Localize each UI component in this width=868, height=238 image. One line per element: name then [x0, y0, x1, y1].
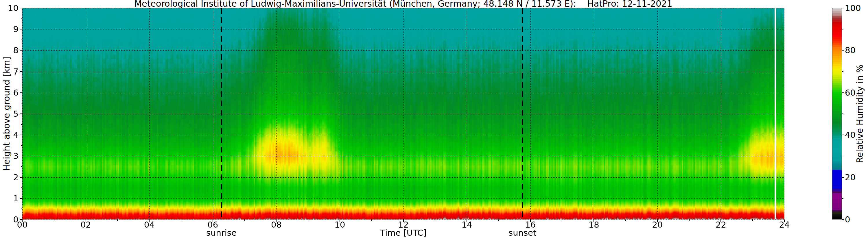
y-axis-major-tick — [20, 156, 22, 156]
y-axis-tick-label: 2 — [3, 173, 19, 182]
colorbar-minor-tick — [842, 113, 843, 114]
y-axis-tick-label: 4 — [3, 130, 19, 139]
y-axis-tick-label: 10 — [3, 3, 19, 13]
y-axis-tick-label: 6 — [3, 88, 19, 97]
colorbar-major-tick — [842, 135, 844, 135]
x-axis-minor-tick — [689, 219, 689, 221]
y-axis-minor-tick — [21, 61, 22, 61]
colorbar-tick-label: 40 — [845, 130, 856, 139]
colorbar-minor-tick — [842, 156, 843, 156]
sunset-annotation: sunset — [508, 228, 536, 238]
y-axis-minor-tick — [21, 208, 22, 209]
sunrise-annotation: sunrise — [206, 228, 237, 238]
y-axis-tick-label: 8 — [3, 46, 19, 55]
y-axis-tick-label: 5 — [3, 109, 19, 118]
y-axis-tick-label: 7 — [3, 67, 19, 76]
colorbar-label: Relative Humidity in % — [855, 64, 865, 163]
colorbar-canvas — [832, 8, 842, 219]
humidity-heatmap-canvas — [22, 8, 784, 219]
y-axis-minor-tick — [21, 82, 22, 82]
x-axis-minor-tick — [54, 219, 54, 221]
colorbar-major-tick — [842, 50, 844, 50]
y-axis-minor-tick — [21, 145, 22, 146]
y-axis-major-tick — [20, 50, 22, 50]
colorbar-major-tick — [842, 93, 844, 93]
x-axis-label: Time [UTC] — [22, 228, 784, 238]
x-axis-minor-tick — [308, 219, 308, 221]
y-axis-major-tick — [20, 8, 22, 8]
y-axis-major-tick — [20, 135, 22, 135]
y-axis-minor-tick — [21, 103, 22, 103]
y-axis-minor-tick — [21, 40, 22, 40]
y-axis-major-tick — [20, 177, 22, 178]
colorbar-major-tick — [842, 8, 844, 8]
y-axis-tick-label: 0 — [3, 215, 19, 224]
colorbar-tick-label: 0 — [845, 215, 850, 224]
x-axis-minor-tick — [625, 219, 626, 221]
x-axis-minor-tick — [435, 219, 435, 221]
y-axis-major-tick — [20, 71, 22, 72]
colorbar-major-tick — [842, 219, 844, 220]
x-axis-minor-tick — [752, 219, 753, 221]
figure-title: Meteorological Institute of Ludwig-Maxim… — [22, 0, 784, 8]
colorbar-major-tick — [842, 177, 844, 178]
colorbar-minor-tick — [842, 198, 843, 199]
y-axis-tick-label: 1 — [3, 194, 19, 203]
colorbar-tick-label: 20 — [845, 173, 856, 182]
x-axis-minor-tick — [117, 219, 118, 221]
x-axis-minor-tick — [562, 219, 562, 221]
y-axis-minor-tick — [21, 124, 22, 125]
y-axis-minor-tick — [21, 188, 22, 188]
x-axis-minor-tick — [244, 219, 245, 221]
colorbar-tick-label: 100 — [845, 3, 861, 13]
y-axis-major-tick — [20, 198, 22, 199]
y-axis-major-tick — [20, 29, 22, 30]
x-axis-minor-tick — [181, 219, 181, 221]
y-axis-minor-tick — [21, 166, 22, 167]
y-axis-major-tick — [20, 113, 22, 114]
y-axis-minor-tick — [21, 19, 22, 19]
colorbar-tick-label: 80 — [845, 46, 856, 55]
colorbar-tick-label: 60 — [845, 88, 856, 97]
x-axis-minor-tick — [498, 219, 499, 221]
x-axis-minor-tick — [371, 219, 372, 221]
humidity-time-height-figure: Meteorological Institute of Ludwig-Maxim… — [0, 0, 868, 238]
y-axis-tick-label: 3 — [3, 151, 19, 161]
y-axis-major-tick — [20, 219, 22, 220]
colorbar-minor-tick — [842, 29, 843, 30]
colorbar-minor-tick — [842, 71, 843, 72]
y-axis-tick-label: 9 — [3, 25, 19, 34]
y-axis-major-tick — [20, 93, 22, 93]
